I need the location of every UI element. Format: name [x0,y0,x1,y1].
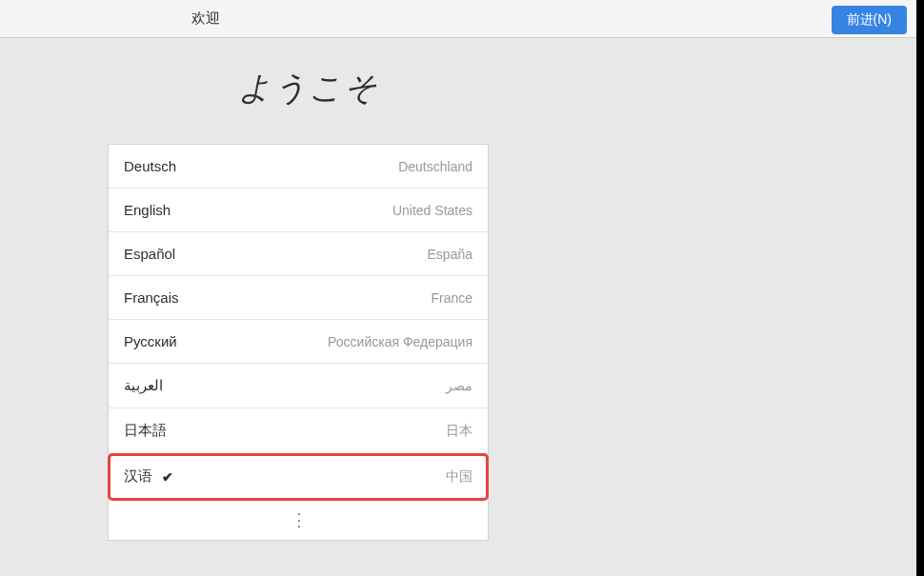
check-icon: ✔ [162,469,173,485]
language-item[interactable]: 汉语✔中国 [109,454,488,500]
language-name: Deutsch [124,158,176,174]
language-name: Français [124,289,179,306]
more-languages-button[interactable]: ⋮ [109,500,488,540]
language-country: 日本 [446,423,472,440]
language-country: United States [392,203,472,218]
language-name: العربية [124,377,163,394]
language-name: English [124,202,171,218]
language-name-label: 汉语 [124,467,152,486]
language-country: France [431,290,472,306]
language-name-label: 日本語 [124,422,167,440]
language-name-label: العربية [124,377,163,394]
header-bar: 欢迎 前进(N) [0,0,916,38]
more-icon: ⋮ [291,511,307,528]
language-item[interactable]: EspañolEspaña [109,232,488,276]
welcome-heading: ようこそ [238,67,916,110]
language-name-label: English [124,202,171,218]
language-item[interactable]: РусскийРоссийская Федерация [109,320,488,364]
content-area: ようこそ DeutschDeutschlandEnglishUnited Sta… [0,38,916,541]
language-item[interactable]: DeutschDeutschland [109,145,488,189]
language-country: 中国 [446,468,472,486]
language-item[interactable]: FrançaisFrance [109,276,488,320]
language-item[interactable]: العربيةمصر [109,364,488,408]
language-name: Español [124,246,175,262]
language-name: 汉语✔ [124,467,173,486]
language-name-label: Русский [124,333,177,349]
window-border [916,0,924,576]
language-name-label: Deutsch [124,158,176,174]
page-title: 欢迎 [191,10,220,28]
language-item[interactable]: EnglishUnited States [109,189,488,232]
language-item[interactable]: 日本語日本 [109,408,488,454]
language-list: DeutschDeutschlandEnglishUnited StatesEs… [108,144,489,541]
language-country: España [428,247,472,262]
language-country: Российская Федерация [328,334,472,349]
language-name: Русский [124,333,177,349]
language-name-label: Español [124,246,175,262]
language-country: Deutschland [398,159,472,174]
language-country: مصر [446,378,472,393]
language-name-label: Français [124,289,179,306]
language-name: 日本語 [124,422,167,440]
next-button[interactable]: 前进(N) [832,6,907,34]
